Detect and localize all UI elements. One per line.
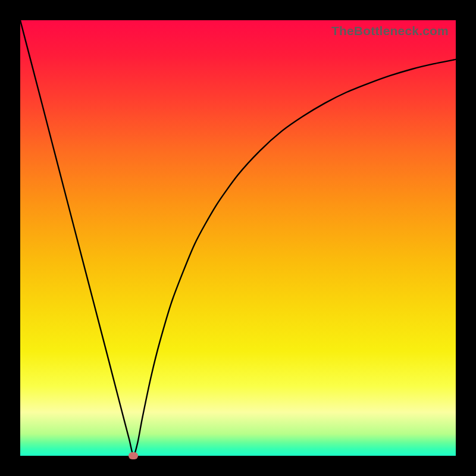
chart-frame: TheBottleneck.com <box>0 0 476 476</box>
bottleneck-marker <box>129 452 138 459</box>
plot-area: TheBottleneck.com <box>20 20 456 456</box>
bottleneck-curve <box>20 20 456 456</box>
